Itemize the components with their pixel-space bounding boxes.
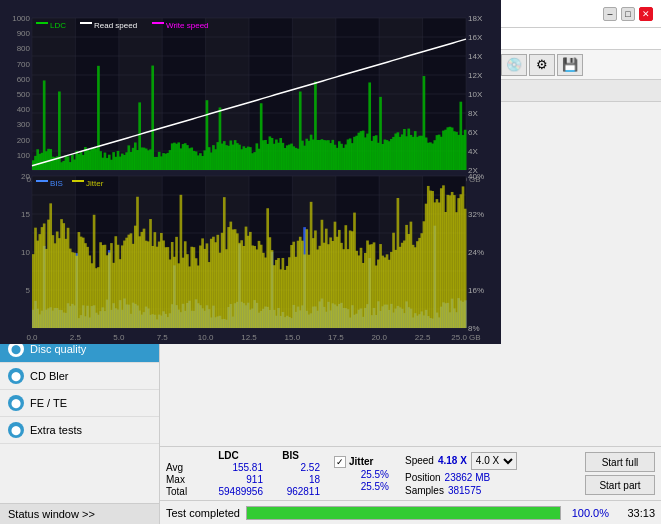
jitter-max-val: 25.5% xyxy=(334,481,389,492)
nav-label-bler: CD Bler xyxy=(30,370,69,382)
stats-bar: LDC BIS Avg 155.81 2.52 Max 911 18 Total… xyxy=(160,446,661,500)
nav-icon-fete: ⬤ xyxy=(8,395,24,411)
progress-time: 33:13 xyxy=(615,507,655,519)
jitter-max-row: 25.5% xyxy=(334,481,389,492)
speed-val: 4.18 X xyxy=(438,455,467,466)
stats-max-label: Max xyxy=(166,474,196,485)
jitter-label: Jitter xyxy=(349,456,373,467)
progress-fill xyxy=(247,507,560,519)
progress-label: Test completed xyxy=(166,507,240,519)
content-area: ℹ Disc quality LDC BIS Avg 155.81 2.52 xyxy=(160,80,661,524)
start-buttons: Start full Start part xyxy=(585,452,655,495)
speed-label: Speed xyxy=(405,455,434,466)
disc-quality-chart xyxy=(160,80,501,344)
stats-total-label: Total xyxy=(166,486,196,497)
stats-max-bis: 18 xyxy=(265,474,320,485)
nav-label-quality: Disc quality xyxy=(30,343,86,355)
speed-dropdown[interactable]: 4.0 X xyxy=(471,452,517,470)
jitter-section: ✓ Jitter 25.5% 25.5% xyxy=(334,456,389,492)
stats-avg-row: Avg 155.81 2.52 xyxy=(166,462,320,473)
nav-icon-bler: ⬤ xyxy=(8,368,24,384)
minimize-button[interactable]: – xyxy=(603,7,617,21)
start-part-button[interactable]: Start part xyxy=(585,475,655,495)
stats-avg-bis: 2.52 xyxy=(265,462,320,473)
stats-avg-ldc: 155.81 xyxy=(198,462,263,473)
stats-total-bis: 962811 xyxy=(265,486,320,497)
stats-bis-header: BIS xyxy=(263,450,318,461)
nav-label-fete: FE / TE xyxy=(30,397,67,409)
main-layout: Disc Type BD-R MID SONYNO1 (002) Length xyxy=(0,80,661,524)
position-val: 23862 MB xyxy=(445,472,491,483)
samples-label: Samples xyxy=(405,485,444,496)
stats-max-row: Max 911 18 xyxy=(166,474,320,485)
start-full-button[interactable]: Start full xyxy=(585,452,655,472)
title-bar-controls: – □ ✕ xyxy=(603,7,653,21)
stats-total-ldc: 59489956 xyxy=(198,486,263,497)
nav-label-extra: Extra tests xyxy=(30,424,82,436)
speed-pos-section: Speed 4.18 X 4.0 X Position 23862 MB Sam… xyxy=(405,452,517,496)
jitter-header-row: ✓ Jitter xyxy=(334,456,389,468)
position-label: Position xyxy=(405,472,441,483)
nav-cd-bler[interactable]: ⬤ CD Bler xyxy=(0,363,159,390)
chart-wrapper xyxy=(160,102,661,446)
stats-total-row: Total 59489956 962811 xyxy=(166,486,320,497)
stats-table: LDC BIS Avg 155.81 2.52 Max 911 18 Total… xyxy=(166,450,320,497)
save-icon-btn[interactable]: 💾 xyxy=(557,54,583,76)
status-window-label: Status window >> xyxy=(8,508,95,520)
stats-max-ldc: 911 xyxy=(198,474,263,485)
stats-header-row: LDC BIS xyxy=(166,450,320,461)
progress-percent: 100.0% xyxy=(567,507,609,519)
progress-track xyxy=(246,506,561,520)
disc-icon-btn[interactable]: 💿 xyxy=(501,54,527,76)
jitter-checkbox[interactable]: ✓ xyxy=(334,456,346,468)
progress-area: Test completed 100.0% 33:13 xyxy=(160,500,661,524)
settings-icon-btn[interactable]: ⚙ xyxy=(529,54,555,76)
jitter-avg-row: 25.5% xyxy=(334,469,389,480)
samples-val: 381575 xyxy=(448,485,481,496)
speed-row: Speed 4.18 X 4.0 X xyxy=(405,452,517,470)
stats-avg-label: Avg xyxy=(166,462,196,473)
close-button[interactable]: ✕ xyxy=(639,7,653,21)
position-row: Position 23862 MB xyxy=(405,472,517,483)
nav-fe-te[interactable]: ⬤ FE / TE xyxy=(0,390,159,417)
jitter-avg-val: 25.5% xyxy=(334,469,389,480)
samples-row: Samples 381575 xyxy=(405,485,517,496)
status-window-bar[interactable]: Status window >> xyxy=(0,503,159,524)
nav-extra-tests[interactable]: ⬤ Extra tests xyxy=(0,417,159,444)
nav-icon-extra: ⬤ xyxy=(8,422,24,438)
stats-ldc-header: LDC xyxy=(196,450,261,461)
maximize-button[interactable]: □ xyxy=(621,7,635,21)
